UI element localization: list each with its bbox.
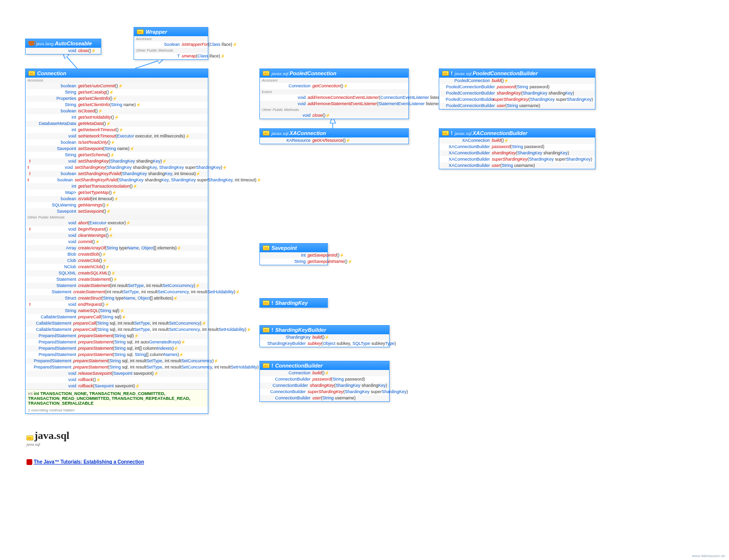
method-row: void rollback () ⚡ [26,377,208,383]
interface-icon [442,131,449,136]
tutorial-link[interactable]: The Java™ Tutorials: Establishing a Conn… [27,459,144,465]
interface-icon [28,71,35,76]
method-row: Savepoint setSavepoint () ⚡ [26,208,208,215]
method-row: Connection build () ⚡ [260,370,389,376]
method-row: XAConnectionBuilder superShardingKey (Sh… [439,156,595,163]
class-shardingkeybuilder: !ShardingKeyBuilder ShardingKey build ()… [259,325,390,347]
section-label: Accessor [134,36,208,41]
method-row: !void beginRequest () ⚡ [26,226,208,232]
new-icon: ! [271,327,273,333]
class-header: Savepoint [260,244,327,252]
class-name: Connection [37,70,67,76]
class-connection: Connection Accessor boolean get/setAutoC… [25,68,208,414]
section-label: Event [260,89,408,95]
class-name: ShardingKeyBuilder [275,327,326,333]
method-row: void releaseSavepoint (Savepoint savepoi… [26,370,208,377]
method-row: int get/setHoldability () ⚡ [26,114,208,121]
method-row: PooledConnectionBuilder password (String… [439,84,595,90]
method-row: void add/removeStatementEventListener (S… [260,101,408,107]
method-row: boolean isWrapperFor (Class iface) ⚡ [134,41,208,48]
pkg-label: javax.sql. [455,71,473,76]
method-row: !boolean setShardingKeyIfValid (Sharding… [26,171,208,177]
method-row: boolean is/setReadOnly () ⚡ [26,139,208,146]
method-row: PreparedStatement prepareStatement (Stri… [26,345,208,352]
class-name: Savepoint [271,245,297,251]
section-label: Other Public Methods [26,215,208,220]
method-row: void add/removeConnectionEventListener (… [260,95,408,101]
method-row: void clearWarnings () ⚡ [26,232,208,239]
method-row: PreparedStatement prepareStatement (Stri… [26,339,208,345]
class-name: ConnectionBuilder [275,363,323,369]
method-row: ShardingKey build () ⚡ [260,334,389,341]
class-wrapper: Wrapper Accessorboolean isWrapperFor (Cl… [134,27,208,60]
new-icon: ! [451,70,453,76]
method-row: CallableStatement prepareCall (String sq… [26,320,208,327]
class-connectionbuilder: !ConnectionBuilder Connection build () ⚡… [259,361,390,402]
oracle-icon [27,459,32,465]
method-row: boolean get/setAutoCommit () ⚡ [26,83,208,89]
method-row: String getSavepointName () ⚡ [260,259,327,265]
method-row: String get/setSchema () ⚡ [26,152,208,158]
class-name: Wrapper [146,29,167,35]
method-row: void close () ⚡ [260,112,408,119]
package-name: java.sql [34,429,69,441]
package-sub: java.sql [27,442,40,447]
section-label: Accessor [260,78,408,83]
method-row: void commit () ⚡ [26,239,208,245]
method-row: void setNetworkTimeout (Executor executo… [26,133,208,139]
method-row: Struct createStruct (String typeName, Ob… [26,295,208,301]
interface-icon [263,131,270,136]
method-row: XAConnectionBuilder user (String usernam… [439,163,595,169]
class-pooledconnectionbuilder: !javax.sql.PooledConnectionBuilder Poole… [439,68,595,109]
interface-icon [263,71,270,76]
interface-icon [263,300,270,305]
pkg-label: java.lang. [36,41,55,46]
interface-icon [27,436,33,440]
java-icon [28,41,34,46]
method-row: String nativeSQL (String sql) ⚡ [26,308,208,314]
interface-icon [263,246,270,250]
class-name: ShardingKey [275,300,308,306]
method-row: PreparedStatement prepareStatement (Stri… [26,364,208,370]
section-label: Other Public Methods [134,48,208,53]
method-row: T unwrap (Class iface) ⚡ [134,53,208,59]
class-header: javax.sql.PooledConnection [260,69,408,78]
constants: int int TRANSACTION_NONE, TRANSACTION_RE… [26,389,208,407]
class-pooledconnection: javax.sql.PooledConnection AccessorConne… [259,68,409,119]
method-row: PooledConnectionBuilder shardingKey (Sha… [439,90,595,96]
method-row: XAResource getXAResource () ⚡ [260,137,408,144]
class-name: PooledConnectionBuilder [472,70,538,76]
method-row: int get/setTransactionIsolation () ⚡ [26,183,208,190]
class-header: java.lang.AutoCloseable [26,39,101,48]
method-row: PreparedStatement prepareStatement (Stri… [26,333,208,339]
class-name: PooledConnection [290,70,337,76]
method-row: !void endRequest () ⚡ [26,301,208,308]
interface-icon [137,29,144,34]
method-row: SQLXML createSQLXML () ⚡ [26,270,208,276]
method-row: String get/setClientInfo (String name) ⚡ [26,102,208,108]
method-row: ShardingKeyBuilder subkey (Object subkey… [260,341,389,347]
method-row: PooledConnectionBuilder superShardingKey… [439,96,595,103]
method-row: Blob createBlob () ⚡ [26,251,208,258]
class-xaconnectionbuilder: !javax.sql.XAConnectionBuilder XAConnect… [439,128,595,169]
method-row: ConnectionBuilder superShardingKey (Shar… [260,389,389,395]
method-row: !void setShardingKey (ShardingKey shardi… [26,164,208,171]
class-header: javax.sql.XAConnection [260,129,408,137]
method-row: void abort (Executor executor) ⚡ [26,220,208,226]
method-row: Connection getConnection () ⚡ [260,83,408,89]
method-row: ConnectionBuilder user (String username) [260,395,389,401]
class-header: !ShardingKeyBuilder [260,326,389,334]
method-row: boolean isValid (int timeout) ⚡ [26,196,208,202]
method-row: Savepoint setSavepoint (String name) ⚡ [26,146,208,152]
pkg-label: javax.sql. [271,71,290,76]
package-label: java.sql java.sql [27,429,69,447]
method-row: Properties get/setClientInfo () ⚡ [26,96,208,102]
section-label: Accessor [26,78,208,83]
method-row: void close () ⚡ [26,48,101,54]
method-row: Clob createClob () ⚡ [26,258,208,264]
class-autocloseable: java.lang.AutoCloseable void close () ⚡ [25,39,101,55]
method-row: ConnectionBuilder shardingKey (ShardingK… [260,382,389,389]
new-icon: ! [451,130,453,136]
method-row: int getSavepointId () ⚡ [260,252,327,259]
class-header: !javax.sql.PooledConnectionBuilder [439,69,595,78]
